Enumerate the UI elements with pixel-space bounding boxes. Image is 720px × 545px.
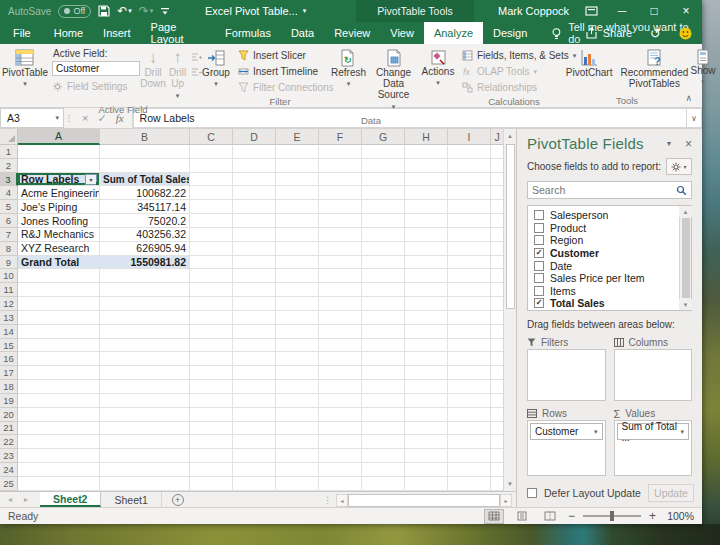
cell-I2[interactable] (448, 159, 491, 173)
save-icon[interactable] (98, 5, 110, 17)
cell-G15[interactable] (362, 339, 405, 353)
row-header-25[interactable]: 25 (0, 477, 18, 491)
cell-J22[interactable] (491, 435, 503, 449)
cell-I4[interactable] (448, 186, 491, 200)
cell-D15[interactable] (233, 339, 276, 353)
cell-H19[interactable] (405, 394, 448, 408)
cell-B17[interactable] (100, 366, 190, 380)
row-header-12[interactable]: 12 (0, 297, 18, 311)
cell-D10[interactable] (233, 269, 276, 283)
row-header-19[interactable]: 19 (0, 394, 18, 408)
scroll-up-icon[interactable]: ▲ (504, 129, 517, 143)
cell-H2[interactable] (405, 159, 448, 173)
search-icon[interactable] (676, 185, 687, 196)
cell-E21[interactable] (276, 422, 319, 436)
redo-button[interactable]: ↷▾ (139, 4, 154, 18)
document-title[interactable]: Excel Pivot Table... ▾ (205, 0, 306, 22)
cell-B16[interactable] (100, 352, 190, 366)
row-header-22[interactable]: 22 (0, 435, 18, 449)
field-list-scrollbar[interactable]: ▲ ▼ (679, 206, 691, 310)
cell-E4[interactable] (276, 186, 319, 200)
cell-F25[interactable] (319, 477, 362, 491)
cell-G5[interactable] (362, 200, 405, 214)
autosave-toggle[interactable]: Off (58, 5, 91, 18)
cell-B9[interactable]: 1550981.82 (100, 256, 190, 270)
cell-J20[interactable] (491, 408, 503, 422)
cell-H1[interactable] (405, 145, 448, 159)
vertical-scrollbar[interactable]: ▲ ▼ (503, 129, 516, 491)
column-header-I[interactable]: I (448, 129, 491, 145)
column-header-A[interactable]: A (18, 129, 100, 145)
feedback-smiley-icon[interactable] (679, 27, 692, 40)
cell-F12[interactable] (319, 297, 362, 311)
cell-H17[interactable] (405, 366, 448, 380)
cell-E22[interactable] (276, 435, 319, 449)
rows-field-chip[interactable]: Customer▾ (530, 423, 603, 440)
cell-D19[interactable] (233, 394, 276, 408)
tab-review[interactable]: Review (324, 22, 380, 44)
cell-F23[interactable] (319, 449, 362, 463)
row-header-20[interactable]: 20 (0, 408, 18, 422)
column-header-H[interactable]: H (405, 129, 448, 145)
cell-I6[interactable] (448, 214, 491, 228)
cell-F20[interactable] (319, 408, 362, 422)
change-data-source-button[interactable]: Change Data Source ▾ (373, 47, 414, 114)
pivottable-button[interactable]: PivotTable ▾ (0, 47, 51, 91)
cell-H10[interactable] (405, 269, 448, 283)
cell-A16[interactable] (18, 352, 100, 366)
sheet-nav-left-icon[interactable]: ◂ (8, 495, 12, 504)
cell-D21[interactable] (233, 422, 276, 436)
cell-B4[interactable]: 100682.22 (100, 186, 190, 200)
cell-A5[interactable]: Joe's Piping (18, 200, 100, 214)
field-list-scroll-thumb[interactable] (682, 218, 690, 298)
cell-G16[interactable] (362, 352, 405, 366)
pane-options-caret-icon[interactable]: ▾ (667, 139, 685, 148)
row-header-3[interactable]: 3 (0, 173, 18, 187)
cell-C23[interactable] (190, 449, 233, 463)
cell-A9[interactable]: Grand Total (18, 256, 100, 270)
cell-D3[interactable] (233, 173, 276, 187)
cell-A1[interactable] (18, 145, 100, 159)
cell-A22[interactable] (18, 435, 100, 449)
cell-G22[interactable] (362, 435, 405, 449)
horizontal-scrollbar[interactable]: ⋮ ◂ ▸ (323, 493, 512, 507)
cell-E18[interactable] (276, 380, 319, 394)
row-header-23[interactable]: 23 (0, 449, 18, 463)
cell-B2[interactable] (100, 159, 190, 173)
cell-B12[interactable] (100, 297, 190, 311)
cell-G7[interactable] (362, 228, 405, 242)
cell-G11[interactable] (362, 283, 405, 297)
cell-F18[interactable] (319, 380, 362, 394)
cell-H16[interactable] (405, 352, 448, 366)
drill-up-button[interactable]: ↑ Drill Up ▾ (166, 47, 189, 103)
cell-I17[interactable] (448, 366, 491, 380)
cell-D14[interactable] (233, 325, 276, 339)
tab-file[interactable]: File (0, 22, 44, 44)
cell-E20[interactable] (276, 408, 319, 422)
cell-D5[interactable] (233, 200, 276, 214)
cell-E24[interactable] (276, 463, 319, 477)
column-header-F[interactable]: F (319, 129, 362, 145)
tab-design[interactable]: Design (483, 22, 537, 44)
cell-D16[interactable] (233, 352, 276, 366)
cell-H4[interactable] (405, 186, 448, 200)
cell-C22[interactable] (190, 435, 233, 449)
cell-J2[interactable] (491, 159, 503, 173)
cell-H6[interactable] (405, 214, 448, 228)
tools-gear-button[interactable]: ▾ (666, 158, 692, 175)
cell-C18[interactable] (190, 380, 233, 394)
refresh-button[interactable]: ↻ Refresh ▾ (328, 47, 369, 91)
field-settings-button[interactable]: Field Settings (52, 79, 140, 94)
cell-F16[interactable] (319, 352, 362, 366)
cell-J4[interactable] (491, 186, 503, 200)
cell-F13[interactable] (319, 311, 362, 325)
field-checkbox-customer[interactable]: ✓ (534, 248, 544, 258)
field-item-total-sales[interactable]: ✓Total Sales (534, 297, 679, 310)
cell-F21[interactable] (319, 422, 362, 436)
cell-I3[interactable] (448, 173, 491, 187)
cell-F1[interactable] (319, 145, 362, 159)
cell-G10[interactable] (362, 269, 405, 283)
cell-B21[interactable] (100, 422, 190, 436)
cell-E3[interactable] (276, 173, 319, 187)
tab-data[interactable]: Data (281, 22, 324, 44)
